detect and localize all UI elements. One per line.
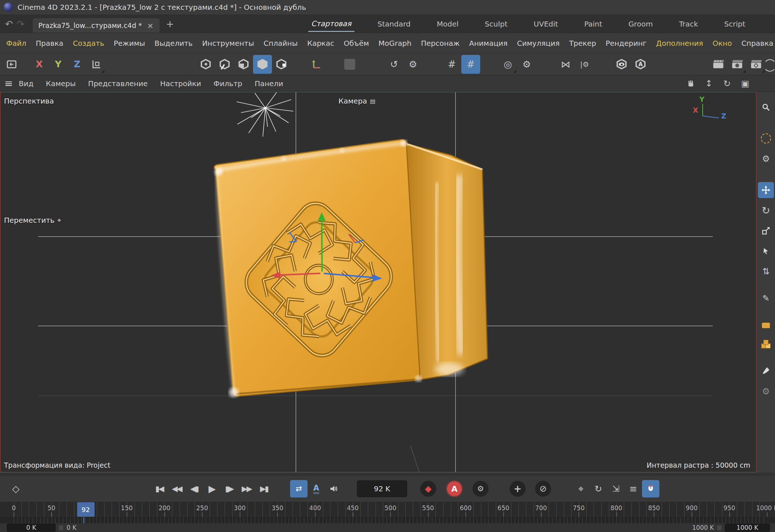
model-mode-button[interactable] (253, 55, 272, 74)
edges-mode-button[interactable] (215, 55, 234, 74)
record-keyframe-button[interactable]: ◆ (420, 481, 436, 497)
menu-item[interactable]: Дополнения (651, 39, 708, 48)
snap-button[interactable]: ◎ (498, 55, 517, 74)
undo-view-button[interactable] (2, 55, 21, 74)
viewport-camera-label[interactable]: Камера ▤ (338, 97, 376, 105)
axis-lock-y-button[interactable]: Y (49, 55, 68, 74)
key-rotation-button[interactable]: ↻ (590, 480, 607, 497)
menu-item[interactable]: Персонаж (416, 39, 465, 48)
keyframe-bar-button[interactable]: ◇ (7, 480, 24, 497)
viewport-menu-item[interactable]: Вид (19, 79, 33, 88)
texture-mode-button[interactable] (272, 55, 291, 74)
next-key-button[interactable]: ▶▶ (238, 480, 255, 497)
planar-workplane-button[interactable]: ⚙ (403, 55, 422, 74)
viewport-menu-item[interactable]: Настройки (160, 79, 201, 88)
snap-settings-button[interactable]: ⚙ (517, 55, 536, 74)
symmetry-button[interactable]: ⋈ (556, 55, 575, 74)
dolly-view-button[interactable]: ↕ (702, 77, 715, 90)
axis-lock-x-button[interactable]: X (30, 55, 49, 74)
timeline-subruler[interactable] (0, 517, 775, 523)
current-frame-field[interactable]: 92 K (357, 480, 407, 497)
menu-item[interactable]: Создать (68, 39, 109, 48)
keyframe-selection-button[interactable]: A (308, 480, 325, 497)
key-position-button[interactable]: ⌖ (572, 480, 590, 497)
rotate-view-button[interactable]: ↻ (720, 77, 734, 90)
lock-workplane-button[interactable]: ↺ (385, 55, 403, 74)
close-tab-icon[interactable]: × (147, 21, 153, 30)
layout-tab[interactable]: UVEdit (531, 17, 561, 31)
axis-lock-z-button[interactable]: Z (68, 55, 87, 74)
enable-axis-button[interactable] (307, 55, 326, 74)
layout-tab[interactable]: Model (434, 17, 462, 31)
pan-view-button[interactable] (684, 77, 697, 90)
timeline-ruler[interactable]: 0501502002503003504004505005506006507007… (0, 502, 775, 517)
viewport-search-button[interactable] (758, 99, 774, 115)
render-view-button[interactable] (709, 55, 728, 74)
layout-tab[interactable]: Standard (375, 17, 414, 31)
highlight-mode-button[interactable]: A (631, 55, 650, 74)
live-selection-button[interactable] (758, 130, 774, 146)
selection-cursor-button[interactable] (758, 243, 774, 259)
previous-frame-button[interactable]: ◀▮ (185, 480, 203, 497)
viewport-menu-item[interactable]: Камеры (46, 79, 76, 88)
layout-tab[interactable]: Paint (581, 17, 605, 31)
goto-end-button[interactable]: ▶▮ (255, 480, 273, 497)
menu-item[interactable]: Симуляция (512, 39, 564, 48)
menu-item[interactable]: Выделить (150, 39, 197, 48)
menu-item[interactable]: Сплайны (259, 39, 302, 48)
document-tab[interactable]: Prazka75_low...стурами.c4d * × (33, 18, 160, 33)
viewport-menu-item[interactable]: Фильтр (213, 79, 242, 88)
brush-tool-button[interactable] (758, 363, 774, 379)
key-parameter-level-button[interactable]: ≡ (625, 480, 642, 497)
tweak-mode-button[interactable]: ⚙ (758, 151, 774, 167)
key-parameter-filter-button[interactable]: ⊘ (535, 481, 551, 497)
play-button[interactable]: ▶ (203, 480, 220, 497)
viewport-menu-item[interactable]: Панели (254, 79, 283, 88)
toggle-view-layout-button[interactable]: ▣ (739, 77, 752, 90)
range-grip-left[interactable] (59, 525, 63, 530)
menu-item[interactable]: Объём (339, 39, 374, 48)
viewport-solo-button[interactable] (612, 55, 631, 74)
menu-item[interactable]: Справка (736, 39, 775, 48)
layout-tab[interactable]: Стартовая (308, 16, 354, 32)
new-tab-button[interactable]: + (166, 19, 174, 29)
key-scale-button[interactable]: ⇲ (607, 480, 625, 497)
loop-playback-button[interactable]: ⇄ (290, 480, 308, 497)
menu-item[interactable]: Анимация (465, 39, 513, 48)
undo-icon[interactable]: ↶ (5, 19, 13, 29)
layout-tab[interactable]: Track (676, 17, 701, 31)
redo-icon[interactable]: ↷ (17, 19, 25, 29)
key-all-parameters-button[interactable]: + (510, 481, 526, 497)
quantize-grid-button[interactable]: # (461, 55, 480, 74)
menu-item[interactable]: Рендеринг (601, 39, 651, 48)
range-grip-right[interactable] (718, 525, 721, 530)
viewport-hamburger-icon[interactable]: ≡ (4, 77, 13, 89)
spline-pen-button[interactable]: ✎ (758, 290, 774, 306)
polygons-mode-button[interactable] (234, 55, 253, 74)
goto-start-button[interactable]: ▮◀ (150, 480, 168, 497)
symmetry-settings-button[interactable]: |⚙ (575, 55, 594, 74)
range-end-field[interactable]: 1000 K (725, 524, 770, 532)
menu-item[interactable]: Инструменты (197, 39, 259, 48)
cube-primitive-button[interactable] (758, 336, 774, 352)
interactive-render-button[interactable]: ◯ (766, 55, 774, 74)
timeline-snap-button[interactable] (642, 480, 659, 497)
timeline-playhead[interactable]: 92 (77, 502, 95, 517)
axis-swap-button[interactable]: ⇅ (758, 263, 774, 279)
previous-key-button[interactable]: ◀◀ (168, 480, 185, 497)
move-tool-button[interactable] (758, 182, 774, 198)
rotate-tool-button[interactable]: ↻ (758, 202, 774, 218)
menu-item[interactable]: Каркас (302, 39, 339, 48)
next-frame-button[interactable]: ▮▶ (220, 480, 238, 497)
scale-tool-button[interactable] (758, 223, 774, 239)
menu-item[interactable]: Трекер (565, 39, 601, 48)
keying-settings-button[interactable]: ⚙ (473, 481, 489, 497)
workplane-button[interactable] (340, 55, 359, 74)
grid-button[interactable]: # (442, 55, 461, 74)
render-to-picture-viewer-button[interactable] (728, 55, 747, 74)
viewport-menu-item[interactable]: Представление (88, 79, 148, 88)
menu-item[interactable]: Режимы (109, 39, 150, 48)
menu-item[interactable]: MoGraph (374, 39, 416, 48)
menu-item[interactable]: Файл (1, 39, 31, 48)
coordinate-system-button[interactable] (87, 55, 105, 74)
